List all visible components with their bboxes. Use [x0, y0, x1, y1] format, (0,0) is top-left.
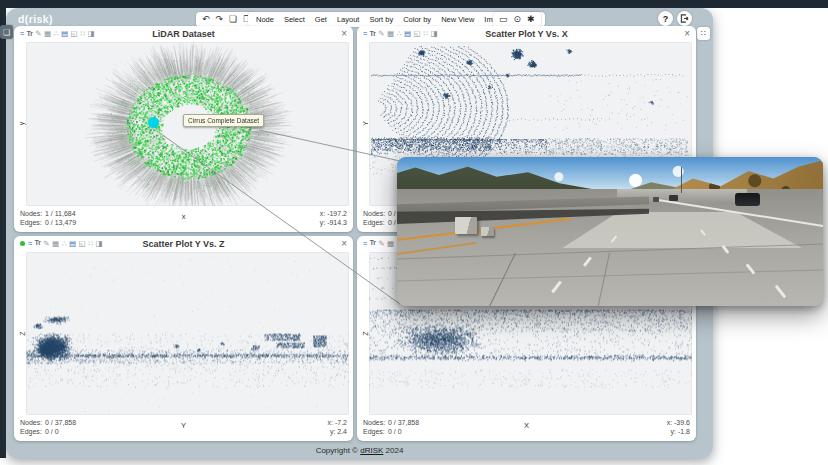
x-axis-label: X	[357, 421, 696, 430]
side-pages-button[interactable]: ❏	[0, 25, 13, 39]
x-axis-label: x	[14, 212, 353, 221]
layers-icon[interactable]: ◨	[87, 30, 94, 38]
panel-toolbar: ≈Tr✎▦∴▤◱∷◨	[20, 30, 95, 38]
view-button-group: ▭⊙✱	[493, 12, 541, 27]
panel-scatter-y-z: ≈Tr✎▦∴▤◱∷◨ Scatter Plot Y Vs. Z × Z Node…	[14, 236, 353, 442]
edit-icon[interactable]: ✎	[378, 240, 384, 248]
camera-frame-photo[interactable]	[397, 157, 823, 306]
help-icon: ?	[663, 14, 669, 24]
table-icon[interactable]: ▤	[61, 30, 68, 38]
help-button[interactable]: ?	[658, 11, 673, 26]
undo-icon[interactable]: ↶	[202, 15, 210, 24]
drisk-link[interactable]: dRISK	[360, 446, 383, 455]
node-tooltip: Cirrus Complete Dataset	[183, 114, 264, 127]
menu-node[interactable]: Node	[251, 12, 279, 27]
align-icon[interactable]: ∷	[88, 240, 93, 248]
align-icon[interactable]: ∷	[80, 30, 85, 38]
panel-status-bar: Nodes:1 / 11,684 Edges:0 / 13,479 x x: -…	[14, 206, 353, 232]
matrix-icon[interactable]: ▦	[387, 30, 394, 38]
y-axis-label: Z	[361, 252, 369, 416]
matrix-icon[interactable]: ▦	[387, 240, 394, 248]
layers-icon[interactable]: ◨	[95, 240, 102, 248]
nodes-label: Nodes:	[363, 209, 388, 218]
chart-icon[interactable]: ≈	[20, 30, 24, 38]
photo-debris-box	[481, 227, 494, 236]
scatter-canvas[interactable]	[26, 252, 349, 416]
redo-icon[interactable]: ↷	[216, 15, 224, 24]
edges-label: Edges:	[363, 218, 388, 227]
app-logo: d(risk)	[18, 13, 53, 25]
grid-dots-icon: ∷	[701, 29, 706, 38]
chart-icon[interactable]: ≈	[28, 240, 32, 248]
menu-color-by[interactable]: Color by	[398, 12, 436, 27]
matrix-icon[interactable]: ▦	[52, 240, 59, 248]
table-icon[interactable]: ▤	[69, 240, 76, 248]
y-axis-label: y	[18, 42, 26, 206]
photo-car	[735, 193, 760, 206]
close-button[interactable]: ×	[684, 29, 690, 39]
crop-icon[interactable]: ◱	[71, 30, 78, 38]
page-backdrop-top	[0, 0, 828, 8]
x-axis-label: Y	[14, 421, 353, 430]
layout-grid-button[interactable]: ∷	[697, 27, 710, 40]
menu-new-view[interactable]: New View	[436, 12, 479, 27]
panel-toolbar: ≈Tr✎▦∴▤◱∷◨	[363, 30, 438, 38]
active-indicator	[20, 241, 25, 246]
matrix-icon[interactable]: ▦	[44, 30, 51, 38]
edit-icon[interactable]: ✎	[378, 30, 384, 38]
photo-debris-box	[455, 217, 477, 234]
copyright-bar: Copyright © dRISK 2024	[6, 446, 713, 455]
layers-icon[interactable]: ◨	[430, 30, 437, 38]
y-axis-label: Y	[361, 42, 369, 206]
scatter-viewport[interactable]	[26, 252, 349, 416]
selected-node[interactable]	[148, 117, 159, 128]
panel-header: ≈Tr✎▦∴▤◱∷◨ Scatter Plot Y Vs. Z ×	[14, 236, 353, 252]
close-button[interactable]: ×	[341, 29, 347, 39]
panel-body: y Cirrus Complete Dataset	[14, 42, 353, 206]
crop-icon[interactable]: ◱	[414, 30, 421, 38]
transform-icon[interactable]: Tr	[27, 31, 33, 38]
cluster-icon[interactable]: ∴	[62, 240, 67, 248]
logout-button[interactable]	[677, 11, 692, 26]
panel-outline-icon[interactable]: ▭	[499, 15, 508, 24]
panel-toolbar: ≈Tr✎▦∴▤◱∷◨	[28, 240, 103, 248]
cluster-icon[interactable]: ∴	[397, 30, 402, 38]
panel-body: Z	[14, 252, 353, 416]
crop-icon[interactable]: ◱	[79, 240, 86, 248]
copy-icon[interactable]: ❏	[229, 15, 237, 24]
table-icon[interactable]: ▤	[404, 30, 411, 38]
transform-icon[interactable]: Tr	[370, 31, 376, 38]
menu-get[interactable]: Get	[310, 12, 332, 27]
y-axis-label: Z	[18, 252, 26, 416]
chart-icon[interactable]: ≈	[363, 30, 367, 38]
transform-icon[interactable]: Tr	[370, 240, 376, 247]
graph-viewport[interactable]: Cirrus Complete Dataset	[26, 42, 349, 206]
link-toggle-icon[interactable]: ⊙	[514, 15, 522, 24]
panel-header: ≈Tr✎▦∴▤◱∷◨ LiDAR Dataset ×	[14, 26, 353, 42]
panel-lidar-dataset: ≈Tr✎▦∴▤◱∷◨ LiDAR Dataset × y Cirrus Comp…	[14, 26, 353, 232]
menu-sort-by[interactable]: Sort by	[364, 12, 398, 27]
close-button[interactable]: ×	[341, 239, 347, 249]
logout-icon	[680, 14, 689, 23]
panel-status-bar: Nodes:0 / 37,858 Edges:0 / 0 X x: -39.6 …	[357, 415, 696, 441]
palette-icon[interactable]: ✱	[527, 15, 535, 24]
chart-icon[interactable]: ≈	[363, 240, 367, 248]
edit-icon[interactable]: ✎	[43, 240, 49, 248]
panel-header: ≈Tr✎▦∴▤◱∷◨ Scatter Plot Y Vs. X ×	[357, 26, 696, 42]
transform-icon[interactable]: Tr	[35, 240, 41, 247]
cluster-icon[interactable]: ∴	[54, 30, 59, 38]
panel-status-bar: Nodes:0 / 37,858 Edges:0 / 0 Y x: -7.2 y…	[14, 415, 353, 441]
pages-icon: ❏	[3, 28, 10, 37]
align-icon[interactable]: ∷	[423, 30, 428, 38]
edit-icon[interactable]: ✎	[35, 30, 41, 38]
menu-select[interactable]: Select	[279, 12, 310, 27]
menu-layout[interactable]: Layout	[332, 12, 365, 27]
